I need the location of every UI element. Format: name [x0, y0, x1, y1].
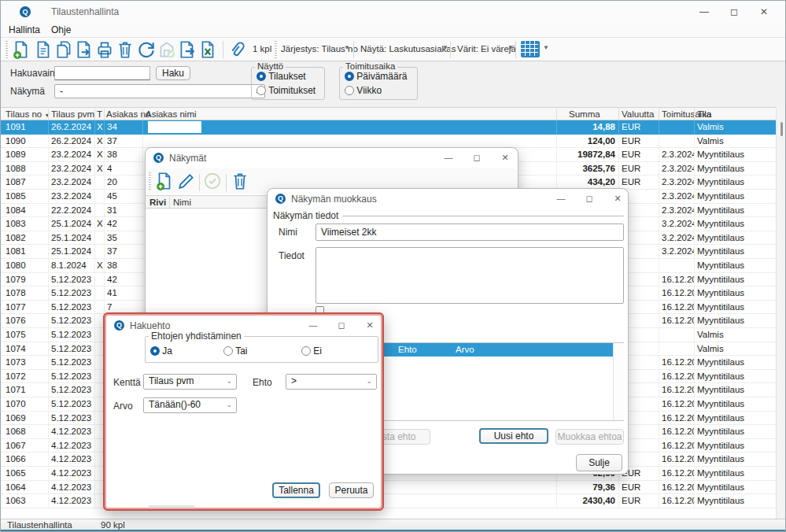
- col-tilaus-no[interactable]: Tilaus no ▼: [6, 109, 50, 119]
- cell-tilaus-no: 1076: [1, 316, 48, 327]
- view-select[interactable]: - ⌄: [54, 84, 265, 98]
- cell-tilaus-pvm: 5.12.2023: [48, 344, 94, 355]
- view-name-input[interactable]: Viimeiset 2kk: [316, 224, 624, 241]
- menu-hallinta[interactable]: Hallinta: [9, 24, 40, 35]
- cell-tila: Myyntitilaus: [694, 260, 776, 272]
- col-valuutta[interactable]: Valuutta: [622, 109, 654, 119]
- views-col-nimi[interactable]: Nimi: [173, 198, 191, 207]
- nimi-label: Nimi: [279, 227, 297, 238]
- cell-toimitusaika: 16.12.2023: [659, 468, 694, 479]
- col-tila[interactable]: Tila: [697, 109, 711, 119]
- col-summa[interactable]: Summa: [569, 109, 600, 119]
- cell-tilaus-pvm: 25.1.2024: [48, 246, 94, 257]
- close-button[interactable]: ✕: [356, 316, 383, 334]
- views-col-rivi[interactable]: Rivi: [149, 198, 166, 207]
- maximize-button[interactable]: ◻: [463, 148, 490, 167]
- maximize-button[interactable]: ◻: [719, 1, 749, 23]
- edit-transfer-icon[interactable]: [74, 39, 94, 60]
- peruuta-button[interactable]: Peruuta: [329, 482, 374, 498]
- cell-tilaus-no: 1070: [1, 399, 48, 410]
- maximize-button[interactable]: ◻: [328, 316, 355, 334]
- column-layout-icon[interactable]: [521, 41, 540, 57]
- chevron-down-icon: ⌄: [366, 375, 372, 388]
- minimize-button[interactable]: —: [548, 189, 574, 208]
- cell-tilaus-no: 1088: [1, 164, 48, 175]
- minimize-button[interactable]: —: [435, 148, 462, 167]
- export-order-icon[interactable]: [177, 39, 197, 60]
- table-scrollbar[interactable]: [776, 107, 786, 519]
- col-t[interactable]: T: [97, 109, 102, 119]
- delete-order-icon[interactable]: [115, 39, 135, 60]
- open-order-icon[interactable]: [33, 39, 54, 60]
- cell-asiakas-no: 38: [104, 150, 142, 161]
- tallenna-button[interactable]: Tallenna: [272, 482, 320, 498]
- title-bar: Q Tilaustenhallinta — ◻ ✕: [1, 1, 785, 23]
- toolbar-drag-handle-2[interactable]: [275, 41, 277, 58]
- cell-asiakas-no: 42: [104, 275, 142, 286]
- cell-valuutta: EUR: [618, 136, 659, 147]
- radio-tai[interactable]: Tai: [223, 345, 247, 357]
- cell-tila: Valmis: [694, 330, 776, 341]
- sort-dropdown-arrow[interactable]: ▼: [344, 44, 350, 51]
- cell-toimitusaika: 16.12.2023: [659, 427, 694, 438]
- cell-asiakas-no: 31: [104, 205, 142, 216]
- colors-dropdown-arrow[interactable]: ▼: [507, 44, 514, 51]
- col-asiakas-no[interactable]: Asiakas no: [106, 109, 150, 119]
- cell-tilaus-pvm: 5.12.2023: [48, 385, 94, 396]
- cell-tilaus-pvm: 5.12.2023: [48, 288, 94, 299]
- close-button[interactable]: ✕: [492, 148, 518, 167]
- close-button[interactable]: ✕: [749, 1, 779, 23]
- radio-toimitukset[interactable]: Toimitukset: [256, 85, 316, 96]
- refresh-icon[interactable]: [136, 39, 157, 60]
- uusi-ehto-button[interactable]: Uusi ehto: [479, 428, 548, 444]
- sulje-button[interactable]: Sulje: [576, 454, 622, 471]
- search-button[interactable]: Haku: [156, 66, 190, 80]
- radio-ei[interactable]: Ei: [301, 345, 322, 357]
- col-asiakas-nimi[interactable]: Asiakas nimi: [146, 109, 197, 119]
- toolbar-drag-handle[interactable]: [6, 41, 8, 58]
- grid-scrollbar[interactable]: [613, 343, 624, 420]
- search-key-input[interactable]: [54, 66, 150, 80]
- col-tilaus-pvm[interactable]: Tilaus pvm: [51, 109, 94, 119]
- menu-ohje[interactable]: Ohje: [51, 24, 71, 35]
- minimize-button[interactable]: —: [300, 316, 327, 334]
- edit-view-icon[interactable]: [176, 171, 197, 191]
- nakymat-title-bar: Q Näkymät — ◻ ✕: [146, 148, 518, 168]
- value-select[interactable]: Tänään()-60⌄: [143, 397, 237, 413]
- radio-ja[interactable]: Ja: [150, 345, 172, 357]
- cell-tilaus-pvm: 26.2.2024: [48, 136, 94, 147]
- radio-paivamaara[interactable]: Päivämäärä: [345, 71, 407, 82]
- view-description-textarea[interactable]: [316, 247, 624, 304]
- cell-tilaus-no: 1077: [1, 302, 48, 313]
- close-button[interactable]: ✕: [604, 189, 631, 208]
- scrollbar-thumb[interactable]: [780, 122, 783, 136]
- new-order-icon[interactable]: [11, 39, 31, 60]
- show-dropdown-arrow[interactable]: ▼: [442, 44, 448, 51]
- maximize-button[interactable]: ◻: [576, 189, 603, 208]
- copy-order-icon[interactable]: [54, 39, 74, 60]
- cell-summa: 3625,76: [556, 164, 618, 175]
- cell-tilaus-pvm: 5.12.2023: [48, 302, 94, 313]
- cell-tilaus-no: 1085: [1, 191, 48, 202]
- attachment-icon[interactable]: [227, 39, 248, 60]
- cell-tila: Myyntitilaus: [694, 233, 776, 244]
- excel-export-icon[interactable]: [197, 39, 218, 60]
- table-row[interactable]: 109026.2.2024X37124,00EURValmis: [1, 135, 776, 149]
- minimize-button[interactable]: —: [689, 1, 719, 23]
- print-icon[interactable]: [94, 39, 115, 60]
- radio-tilaukset[interactable]: Tilaukset: [256, 71, 306, 82]
- table-row[interactable]: 109126.2.2024X3414,88EURValmis: [1, 120, 776, 135]
- cell-tilaus-pvm: 25.1.2024: [48, 219, 94, 230]
- column-layout-arrow[interactable]: ▼: [543, 44, 549, 51]
- new-view-icon[interactable]: [154, 171, 175, 191]
- cell-tilaus-no: 1082: [1, 233, 48, 244]
- arvo-label: Arvo: [113, 401, 133, 412]
- delete-view-icon[interactable]: [230, 171, 250, 191]
- cell-toimitusaika: 2.3.2024: [659, 191, 694, 202]
- cell-toimitusaika: 16.12.2023: [659, 275, 694, 286]
- radio-viikko[interactable]: Viikko: [345, 85, 382, 96]
- chevron-down-icon: ⌄: [226, 398, 232, 412]
- operator-select[interactable]: >⌄: [286, 374, 377, 390]
- field-select[interactable]: Tilaus pvm⌄: [143, 374, 237, 390]
- cell-toimitusaika: 16.12.2023: [659, 454, 694, 465]
